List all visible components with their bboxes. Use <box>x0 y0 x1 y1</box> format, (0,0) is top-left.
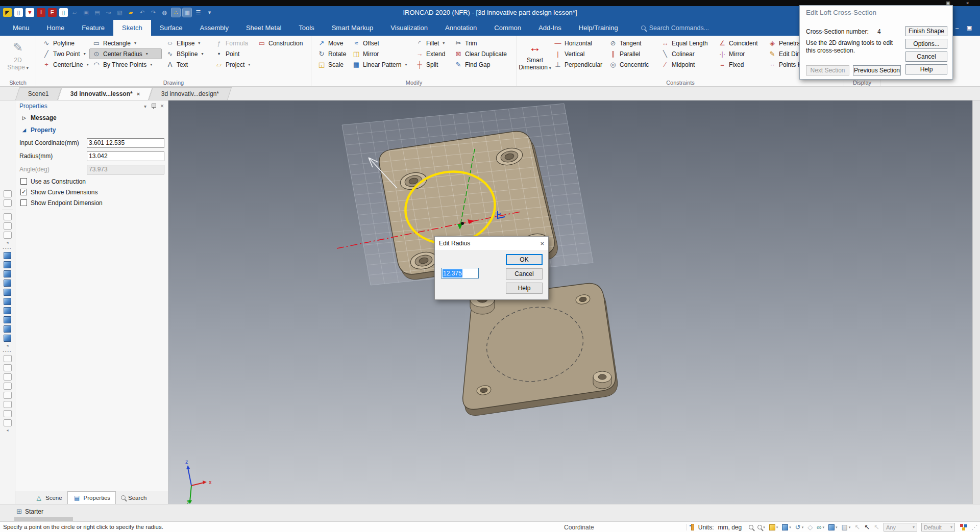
cursor-icon[interactable]: ↖ <box>864 524 870 530</box>
tab-sheet-metal[interactable]: Sheet Metal <box>237 20 290 36</box>
concentric-button[interactable]: ◎Concentric <box>606 59 657 70</box>
collapse-arrow-icon[interactable]: ◂ <box>6 241 8 245</box>
tangent-button[interactable]: ⊘Tangent <box>606 38 657 48</box>
catalog-cube-icon-8[interactable] <box>4 316 11 323</box>
drag-handle[interactable]: •••• <box>3 350 12 353</box>
tab-annotation[interactable]: Annotation <box>436 20 485 36</box>
edit-radius-titlebar[interactable]: Edit Radius × <box>435 237 548 250</box>
ellipse-button[interactable]: ○Ellipse▾ <box>163 38 211 48</box>
extrude-tool-icon[interactable] <box>4 190 12 197</box>
centerline-button[interactable]: +CenterLine▾ <box>39 59 88 70</box>
fixed-button[interactable]: =Fixed <box>715 59 764 70</box>
center-radius-button[interactable]: ⊙Center Radius▾ <box>89 48 162 59</box>
annotation-tool-icon[interactable] <box>4 373 12 381</box>
tab-common[interactable]: Common <box>485 20 530 36</box>
rectangle-button[interactable]: ▭Rectangle▾ <box>89 38 162 48</box>
tab-add-ins[interactable]: Add-Ins <box>530 20 570 36</box>
revolve-tool-icon[interactable] <box>4 199 12 207</box>
offset-button[interactable]: ≈Offset <box>349 38 411 48</box>
glasses-icon[interactable]: ∞▾ <box>817 524 824 530</box>
linear-pattern-button[interactable]: ▦Linear Pattern▾ <box>349 59 411 70</box>
finish-shape-button[interactable]: Finish Shape <box>905 26 947 36</box>
scale-button[interactable]: ◱Scale <box>314 59 348 70</box>
horizontal-button[interactable]: —Horizontal <box>551 38 605 48</box>
scene-structure-icon[interactable] <box>959 524 967 531</box>
minimize-icon[interactable]: – <box>953 24 961 31</box>
construction-button[interactable]: ▭Construction <box>255 38 308 48</box>
perpendicular-button[interactable]: ⊥Perpendicular <box>551 59 605 70</box>
previous-section-button[interactable]: Previous Section <box>853 65 901 75</box>
circle-tool-icon-1[interactable] <box>4 392 12 399</box>
tab-assembly[interactable]: Assembly <box>191 20 237 36</box>
tab-visualization[interactable]: Visualization <box>382 20 436 36</box>
command-search[interactable]: Search Commands... <box>641 20 709 36</box>
move-button[interactable]: ↗Move <box>314 38 348 48</box>
by-three-points-button[interactable]: ◠By Three Points▾ <box>89 59 162 70</box>
view-orientation-icon[interactable]: ▾ <box>769 524 778 530</box>
polyline-button[interactable]: ∿Polyline <box>39 38 88 48</box>
catalog-cube-icon-4[interactable] <box>4 280 11 287</box>
equal-length-button[interactable]: ↔Equal Length <box>658 38 714 48</box>
restore-icon[interactable]: ▣ <box>966 24 973 31</box>
smart-dimension-button[interactable]: ↔Smart Dimension▾ <box>520 38 550 78</box>
coincident-button[interactable]: ∠Coincident <box>715 38 764 48</box>
catalog-cube-icon-1[interactable] <box>4 252 11 259</box>
options-button[interactable]: Options... <box>905 39 947 49</box>
tab-smart-markup[interactable]: Smart Markup <box>323 20 382 36</box>
point-button[interactable]: •Point <box>212 48 254 59</box>
midpoint-button[interactable]: ∕Midpoint <box>658 59 714 70</box>
triangle-tool-icon[interactable] <box>4 383 12 390</box>
circle-tool-icon-2[interactable] <box>4 401 12 408</box>
tab-help-training[interactable]: Help/Training <box>570 20 627 36</box>
tab-feature[interactable]: Feature <box>73 20 113 36</box>
panel-close-icon[interactable]: × <box>160 103 164 110</box>
parallel-button[interactable]: ∥Parallel <box>606 48 657 59</box>
boolean-tool-icon-3[interactable] <box>4 232 12 239</box>
view-tool-icon[interactable] <box>4 364 12 371</box>
shaded-view-icon[interactable]: ▾ <box>782 524 791 530</box>
radius-value-input[interactable]: 12.375 <box>441 268 479 278</box>
collapse-arrow-icon[interactable]: ◂ <box>6 344 8 348</box>
zoom-window-icon[interactable]: ▾ <box>757 525 765 529</box>
drag-handle[interactable]: •••• <box>3 247 12 250</box>
cancel-button[interactable]: Cancel <box>506 268 543 280</box>
vertical-button[interactable]: |Vertical <box>551 48 605 59</box>
boolean-tool-icon-1[interactable] <box>4 213 12 220</box>
bspline-button[interactable]: ∿BSpline▾ <box>163 48 211 59</box>
tab-home[interactable]: Home <box>38 20 74 36</box>
split-button[interactable]: ┼Split <box>412 59 450 70</box>
doc-tab-3d-innovativ-lesson[interactable]: 3d innovativ...lesson*× <box>58 87 153 100</box>
checkbox-show-endpoint-dimension[interactable] <box>20 199 27 206</box>
trim-button[interactable]: ✂Trim <box>451 38 513 48</box>
print-render-icon[interactable]: ▤▾ <box>841 524 850 530</box>
checkbox-use-as-construction[interactable] <box>20 178 27 185</box>
zoom-in-icon[interactable] <box>749 525 753 529</box>
pin-icon[interactable] <box>151 103 156 109</box>
tab-menu[interactable]: Menu <box>4 20 38 36</box>
collapse-arrow-icon[interactable]: ◂ <box>6 428 8 433</box>
text-button[interactable]: AText <box>163 59 211 70</box>
panel-menu-icon[interactable]: ▾ <box>144 104 146 109</box>
close-icon[interactable]: × <box>978 24 980 31</box>
orbit-icon[interactable]: ↺▾ <box>795 524 803 530</box>
catalog-cube-icon-5[interactable] <box>4 289 11 296</box>
mirror-button[interactable]: ·|·Mirror <box>715 48 764 59</box>
panel-tab-scene[interactable]: △Scene <box>30 491 67 504</box>
tab-sketch[interactable]: Sketch <box>113 20 151 36</box>
radius-field[interactable] <box>87 151 164 161</box>
loft-help-button[interactable]: Help <box>905 64 947 74</box>
project-button[interactable]: ▱Project▾ <box>212 59 254 70</box>
message-section[interactable]: ▷ Message <box>15 112 168 124</box>
clear-duplicate-button[interactable]: ⊠Clear Duplicate <box>451 48 513 59</box>
catalog-cube-icon-2[interactable] <box>4 261 11 268</box>
panel-tab-properties[interactable]: ▤Properties <box>67 491 116 504</box>
catalog-cube-icon-9[interactable] <box>4 325 11 333</box>
fillet-button[interactable]: ◜Fillet▾ <box>412 38 450 48</box>
app-close-icon[interactable]: × <box>966 0 969 6</box>
rect-tool-icon[interactable] <box>4 419 12 426</box>
ok-button[interactable]: OK <box>506 254 543 265</box>
tab-surface[interactable]: Surface <box>151 20 191 36</box>
loft-cancel-button[interactable]: Cancel <box>905 52 947 62</box>
two-point-button[interactable]: ╱Two Point▾ <box>39 48 88 59</box>
rotate-button[interactable]: ↻Rotate <box>314 48 348 59</box>
